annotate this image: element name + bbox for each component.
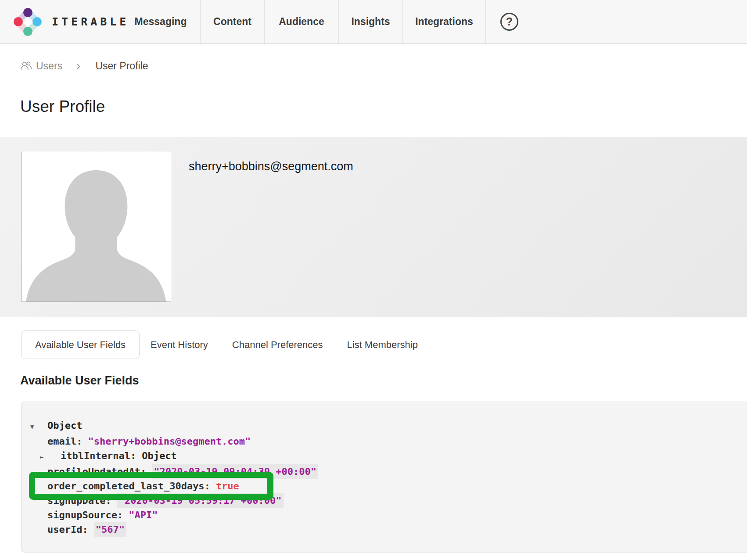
- expand-toggle-icon[interactable]: ►: [40, 453, 43, 460]
- top-nav: ITERABLE Messaging Content Audience Insi…: [0, 0, 747, 44]
- breadcrumb-current: User Profile: [95, 60, 148, 72]
- user-profile-page: ITERABLE Messaging Content Audience Insi…: [0, 0, 747, 560]
- json-row-order-completed-last-30days: order_completed_last_30daystrue: [30, 479, 747, 493]
- nav-item-content[interactable]: Content: [201, 0, 265, 43]
- json-row-signupsource: signupSource"API": [30, 508, 747, 522]
- json-row-userid: userId"567": [30, 522, 747, 537]
- tab-event-history[interactable]: Event History: [151, 339, 208, 351]
- brand-home-link[interactable]: ITERABLE: [0, 0, 121, 43]
- json-tree: ▼ Object email"sherry+bobbins@segment.co…: [30, 418, 747, 537]
- page-title: User Profile: [20, 97, 105, 116]
- users-icon: [20, 61, 32, 71]
- profile-email: sherry+bobbins@segment.com: [189, 160, 353, 173]
- avatar: [21, 152, 171, 302]
- tab-list-membership[interactable]: List Membership: [347, 339, 418, 351]
- profile-tabs: Available User Fields Event History Chan…: [21, 330, 418, 359]
- avatar-silhouette: [22, 152, 171, 302]
- nav-item-messaging[interactable]: Messaging: [121, 0, 201, 43]
- section-heading: Available User Fields: [20, 374, 139, 388]
- nav-help[interactable]: ?: [486, 0, 533, 43]
- help-icon[interactable]: ?: [500, 13, 518, 31]
- tab-available-user-fields[interactable]: Available User Fields: [21, 330, 140, 359]
- tab-channel-preferences[interactable]: Channel Preferences: [232, 339, 323, 351]
- json-root-label: Object: [47, 418, 82, 433]
- json-root-row: ▼ Object: [30, 418, 747, 434]
- iterable-logo: ITERABLE: [13, 7, 129, 36]
- user-fields-panel: ▼ Object email"sherry+bobbins@segment.co…: [21, 402, 747, 553]
- iterable-logo-icon: [13, 7, 42, 36]
- collapse-toggle-icon[interactable]: ▼: [30, 423, 34, 430]
- json-row-signupdate: signupDate"2020-03-19 05:59:17 +00:00": [30, 493, 747, 508]
- json-row-email: email"sherry+bobbins@segment.com": [30, 434, 747, 449]
- profile-summary-band: sherry+bobbins@segment.com: [0, 137, 747, 317]
- json-row-profileupdatedat: profileUpdatedAt"2020-03-19 09:04:30 +00…: [30, 464, 747, 479]
- nav-item-integrations[interactable]: Integrations: [403, 0, 486, 43]
- nav-item-audience[interactable]: Audience: [265, 0, 339, 43]
- breadcrumb-chevron-icon: ›: [76, 60, 80, 72]
- breadcrumb-users-link[interactable]: Users: [20, 60, 62, 72]
- brand-wordmark: ITERABLE: [52, 15, 129, 28]
- nav-item-insights[interactable]: Insights: [339, 0, 403, 43]
- breadcrumb: Users › User Profile: [20, 60, 148, 72]
- json-row-itblinternal: ► itblInternalObject: [30, 449, 747, 464]
